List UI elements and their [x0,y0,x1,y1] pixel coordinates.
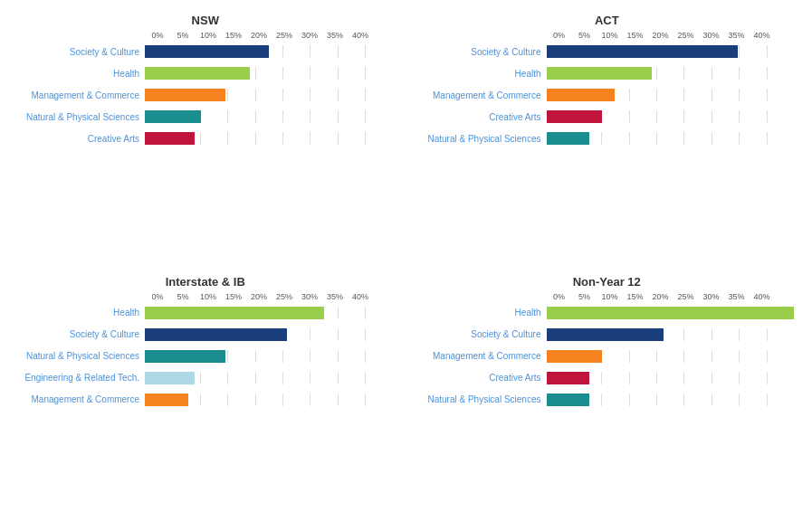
bar-track-wrapper [547,394,795,406]
bar-row: Engineering & Related Tech. [18,370,393,386]
bar-track-wrapper [547,110,795,123]
bar-track-wrapper [547,350,795,363]
x-axis-label: 0% [547,31,572,40]
bar-track-wrapper [547,307,795,319]
chart-title-act: ACT [595,14,619,27]
x-axis-act: 0%5%10%15%20%25%30%35%40% [547,31,795,40]
bar-track-wrapper [145,132,393,145]
bar-track [145,350,393,363]
bar-label: Natural & Physical Sciences [18,351,145,361]
bar-label: Management & Commerce [420,90,547,100]
bar-label: Society & Culture [18,329,145,339]
bar-row: Management & Commerce [18,87,393,103]
bar [145,328,287,341]
bar-track [547,132,795,145]
bar-label: Creative Arts [420,112,547,122]
bar-track-wrapper [547,89,795,101]
chart-title-interstate: Interstate & IB [166,275,245,289]
bar [547,67,652,80]
x-axis-label: 10% [196,31,221,40]
x-axis-label: 0% [547,292,572,301]
bar-track [145,328,393,341]
x-axis-label: 15% [623,292,648,301]
bar-track-wrapper [547,45,795,58]
bar-row: Management & Commerce [420,348,795,365]
x-axis-label: 25% [673,292,699,301]
bar-row: Creative Arts [420,370,795,386]
bar-row: Society & Culture [18,327,393,343]
chart-panel-nonyear12: Non-Year 120%5%10%15%20%25%30%35%40%Heal… [411,270,804,523]
x-axis-label: 35% [322,31,348,40]
bar [547,328,664,341]
bar-label: Management & Commerce [420,351,547,361]
bar-row: Health [420,65,795,81]
bar-label: Natural & Physical Sciences [420,394,547,404]
bar-track [145,89,393,101]
bar-label: Natural & Physical Sciences [18,112,145,122]
x-axis-nonyear12: 0%5%10%15%20%25%30%35%40% [547,292,795,301]
x-axis-label: 20% [648,31,673,40]
bar-label: Society & Culture [420,47,547,57]
bar-track [145,394,393,406]
x-axis-label: 20% [648,292,673,301]
x-axis-label: 25% [673,31,699,40]
x-axis-label: 0% [145,31,170,40]
bar-label: Engineering & Related Tech. [18,373,145,383]
bar-track [145,307,393,319]
bar-row: Health [18,65,393,81]
bar [145,67,250,80]
bar-track [145,110,393,123]
bar-row: Society & Culture [18,43,393,60]
bar-track [145,67,393,80]
bar-track-wrapper [547,372,795,384]
bar [145,394,188,406]
bar-track [547,372,795,384]
bar-label: Health [18,69,145,79]
x-axis-label: 5% [572,31,597,40]
bar-track [145,132,393,145]
bar-label: Natural & Physical Sciences [420,134,547,144]
bar [547,350,603,363]
bar-track-wrapper [145,350,393,363]
bar [547,394,590,406]
bar [145,110,201,123]
bar-track [547,328,795,341]
bar-track [547,394,795,406]
x-axis-label: 40% [348,292,373,301]
x-axis-label: 0% [145,292,170,301]
bar [145,45,269,58]
bar [145,132,195,145]
bar-row: Natural & Physical Sciences [420,392,795,408]
x-axis-label: 40% [750,292,775,301]
bar [547,132,590,145]
bars-container-nonyear12: HealthSociety & CultureManagement & Comm… [420,305,795,408]
x-axis-label: 40% [348,31,373,40]
bar-label: Creative Arts [420,373,547,383]
bar [145,350,225,363]
chart-title-nsw: NSW [192,14,219,27]
x-axis-label: 35% [322,292,348,301]
bar-track-wrapper [547,67,795,80]
dashboard: NSW0%5%10%15%20%25%30%35%40%Society & Cu… [0,0,812,531]
bar [145,89,225,101]
bar [547,89,615,101]
bar-track [145,45,393,58]
bar-label: Health [18,308,145,318]
x-axis-label: 15% [623,31,648,40]
bar-row: Health [420,305,795,321]
chart-panel-nsw: NSW0%5%10%15%20%25%30%35%40%Society & Cu… [9,9,402,261]
x-axis-label: 30% [699,292,724,301]
bar-track [547,89,795,101]
chart-title-nonyear12: Non-Year 12 [573,275,641,289]
chart-area-act: 0%5%10%15%20%25%30%35%40%Society & Cultu… [420,31,795,147]
bar-label: Health [420,308,547,318]
bar-label: Management & Commerce [18,394,145,404]
bar-row: Society & Culture [420,327,795,343]
bar-track [547,110,795,123]
x-axis-label: 35% [724,292,750,301]
x-axis-label: 30% [699,31,724,40]
chart-area-nonyear12: 0%5%10%15%20%25%30%35%40%HealthSociety &… [420,292,795,408]
x-axis-label: 10% [597,292,623,301]
bar-track-wrapper [547,132,795,145]
bar-track-wrapper [145,394,393,406]
